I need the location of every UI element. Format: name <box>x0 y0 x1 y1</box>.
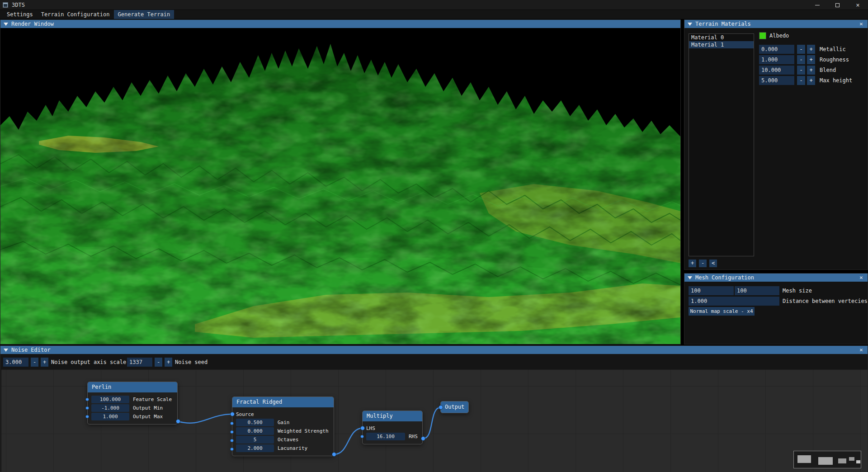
menu-item-settings[interactable]: Settings <box>3 10 37 19</box>
material-list[interactable]: Material 0 Material 1 <box>689 33 754 256</box>
minimap-node <box>849 457 854 461</box>
max-height-decrement-button[interactable]: - <box>797 76 805 85</box>
roughness-increment-button[interactable]: + <box>807 55 815 64</box>
material-remove-button[interactable]: - <box>699 260 707 267</box>
noise-seed-increment-button[interactable]: + <box>165 358 172 367</box>
roughness-label: Roughness <box>820 55 849 64</box>
multiply-rhs-field[interactable]: 16.100 <box>366 433 405 440</box>
close-panel-icon[interactable]: × <box>858 346 865 354</box>
fractal-gain-field[interactable]: 0.500 <box>236 419 274 426</box>
albedo-color-swatch[interactable] <box>759 32 766 39</box>
perlin-feature-scale-label: Feature Scale <box>133 396 172 402</box>
menu-bar: Settings Terrain Configuration Generate … <box>0 10 868 19</box>
metallic-increment-button[interactable]: + <box>807 45 815 54</box>
noise-seed-label: Noise seed <box>175 358 208 367</box>
terrain-materials-header[interactable]: Terrain Materials × <box>684 20 868 28</box>
window-title: 3DTS <box>12 0 25 10</box>
render-window-header[interactable]: Render Window <box>0 20 680 28</box>
blend-label: Blend <box>820 66 836 75</box>
material-list-item-1[interactable]: Material 1 <box>689 41 754 48</box>
title-bar[interactable]: 3DTS × <box>0 0 868 10</box>
collapse-arrow-icon[interactable] <box>4 23 8 26</box>
minimap-node <box>838 458 846 463</box>
menu-item-generate-terrain[interactable]: Generate Terrain <box>114 10 175 19</box>
fractal-octaves-field[interactable]: 5 <box>236 436 274 444</box>
axis-scale-label: Noise output axis scale <box>51 358 126 367</box>
node-perlin-body: 100.000 Feature Scale -1.000 Output Min … <box>88 392 177 424</box>
app-icon <box>3 2 8 8</box>
axis-scale-decrement-button[interactable]: - <box>31 358 38 367</box>
app-window: 3DTS × Settings Terrain Configuration Ge… <box>0 0 868 472</box>
wire-fractal-to-multiply <box>334 428 363 454</box>
window-controls: × <box>807 0 868 10</box>
noise-editor-panel: Noise Editor × 3.000 - + Noise output ax… <box>0 345 868 472</box>
max-height-increment-button[interactable]: + <box>807 76 815 85</box>
minimap-node <box>818 457 833 465</box>
max-height-field[interactable]: 5.000 <box>759 76 794 85</box>
mesh-size-label: Mesh size <box>783 286 812 295</box>
close-panel-icon[interactable]: × <box>858 274 865 282</box>
normal-map-scale-button[interactable]: Normal map scale - x4 <box>689 307 755 316</box>
axis-scale-field[interactable]: 3.000 <box>3 358 28 367</box>
fractal-lacunarity-label: Lacunarity <box>278 445 307 451</box>
close-button[interactable]: × <box>848 0 868 10</box>
minimap-node <box>797 455 811 463</box>
minimize-button[interactable] <box>807 0 827 10</box>
noise-editor-header[interactable]: Noise Editor × <box>0 346 868 354</box>
node-multiply-header[interactable]: Multiply <box>363 411 422 421</box>
render-window-panel: Render Window <box>0 19 681 345</box>
noise-editor-title: Noise Editor <box>11 347 51 353</box>
vertex-distance-field[interactable]: 1.000 <box>689 297 779 306</box>
multiply-lhs-label: LHS <box>366 425 375 431</box>
wire-perlin-to-fractal <box>178 414 232 423</box>
perlin-output-min-field[interactable]: -1.000 <box>91 404 129 412</box>
vertex-distance-label: Distance between vertecies <box>783 297 868 306</box>
noise-seed-field[interactable]: 1337 <box>127 358 152 367</box>
mesh-size-x-field[interactable]: 100 <box>689 286 734 295</box>
mesh-configuration-panel: Mesh Configuration × 100 100 Mesh size 1… <box>684 273 868 345</box>
maximize-icon <box>835 3 840 7</box>
multiply-rhs-label: RHS <box>409 434 418 439</box>
perlin-output-max-field[interactable]: 1.000 <box>91 413 129 420</box>
metallic-decrement-button[interactable]: - <box>797 45 805 54</box>
close-icon: × <box>856 0 859 10</box>
node-output[interactable]: Output <box>440 401 469 413</box>
mesh-size-y-field[interactable]: 100 <box>735 286 779 295</box>
terrain-materials-title: Terrain Materials <box>695 21 751 27</box>
maximize-button[interactable] <box>827 0 848 10</box>
mesh-configuration-header[interactable]: Mesh Configuration × <box>684 274 868 282</box>
fractal-weighted-strength-field[interactable]: 0.000 <box>236 427 274 435</box>
collapse-arrow-icon[interactable] <box>688 276 692 279</box>
node-fractal-ridged-header[interactable]: Fractal Ridged <box>232 397 334 407</box>
node-perlin[interactable]: Perlin 100.000 Feature Scale -1.000 Outp… <box>87 382 178 425</box>
menu-item-terrain-configuration[interactable]: Terrain Configuration <box>37 10 114 19</box>
noise-seed-decrement-button[interactable]: - <box>155 358 162 367</box>
close-panel-icon[interactable]: × <box>858 20 865 28</box>
axis-scale-increment-button[interactable]: + <box>41 358 48 367</box>
material-back-button[interactable]: < <box>709 260 717 267</box>
material-add-button[interactable]: + <box>689 260 696 267</box>
minimize-icon <box>815 5 820 5</box>
blend-decrement-button[interactable]: - <box>797 66 805 75</box>
node-graph-canvas[interactable]: Perlin 100.000 Feature Scale -1.000 Outp… <box>1 369 868 472</box>
material-list-item-0[interactable]: Material 0 <box>689 34 754 41</box>
perlin-feature-scale-field[interactable]: 100.000 <box>91 396 129 403</box>
fractal-lacunarity-field[interactable]: 2.000 <box>236 444 274 452</box>
node-fractal-ridged[interactable]: Fractal Ridged Source 0.500 Gain 0.000 W… <box>232 396 334 456</box>
node-multiply[interactable]: Multiply LHS 16.100 RHS <box>362 411 423 444</box>
roughness-field[interactable]: 1.000 <box>759 55 794 64</box>
node-graph-minimap[interactable] <box>793 451 861 468</box>
terrain-viewport[interactable] <box>0 28 680 344</box>
fractal-octaves-label: Octaves <box>278 437 298 443</box>
perlin-output-max-label: Output Max <box>133 414 163 420</box>
collapse-arrow-icon[interactable] <box>688 23 692 26</box>
perlin-output-min-label: Output Min <box>133 405 163 411</box>
node-perlin-header[interactable]: Perlin <box>88 382 177 392</box>
metallic-field[interactable]: 0.000 <box>759 45 794 54</box>
collapse-arrow-icon[interactable] <box>4 349 8 352</box>
blend-increment-button[interactable]: + <box>807 66 815 75</box>
blend-field[interactable]: 10.000 <box>759 66 794 75</box>
albedo-label: Albedo <box>769 31 789 40</box>
node-fractal-ridged-body: Source 0.500 Gain 0.000 Weighted Strengt… <box>232 407 334 456</box>
roughness-decrement-button[interactable]: - <box>797 55 805 64</box>
